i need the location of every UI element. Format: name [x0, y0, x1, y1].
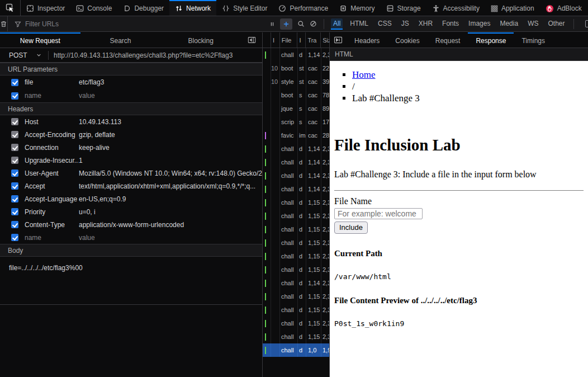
request-row[interactable]: chall d 1,14 2,3 — [263, 155, 329, 169]
details-tab[interactable]: Cookies — [387, 32, 427, 48]
parameter-checkbox[interactable] — [11, 79, 18, 86]
parameter-name[interactable]: file — [25, 78, 79, 86]
details-tab[interactable]: Timings — [514, 32, 553, 48]
devtools-tab[interactable]: Style Editor — [216, 0, 273, 16]
details-tab[interactable]: Headers — [347, 32, 387, 48]
header-checkbox[interactable] — [11, 169, 18, 177]
request-row[interactable]: chall d 1,15 2,34 — [263, 317, 329, 330]
disable-cache-checkbox[interactable] — [585, 20, 588, 27]
pause-icon[interactable] — [269, 21, 275, 27]
request-row[interactable]: 10 style st cac 393 — [263, 75, 329, 88]
header-value[interactable]: keep-alive — [79, 144, 262, 152]
details-tab[interactable]: Request — [428, 32, 468, 48]
column-status[interactable] — [263, 32, 271, 48]
parameter-value[interactable]: etc/flag3 — [79, 78, 262, 86]
node-picker-button[interactable] — [0, 0, 21, 16]
request-editor-tab[interactable]: New Request — [0, 32, 80, 48]
request-body-textarea[interactable]: file=../../../../etc/flag3%00 — [0, 257, 262, 305]
request-filter-pill[interactable]: Fonts — [440, 18, 461, 30]
header-value[interactable]: 1 — [79, 157, 262, 164]
search-icon[interactable] — [297, 20, 305, 27]
request-filter-pill[interactable]: XHR — [416, 18, 435, 30]
parameter-name[interactable]: name — [25, 92, 79, 100]
request-row[interactable]: chall d 1,15 2,34 — [263, 236, 329, 249]
header-value[interactable]: value — [79, 234, 262, 242]
header-name[interactable]: Host — [25, 118, 79, 126]
request-filter-pill[interactable]: All — [331, 18, 343, 30]
details-tab[interactable]: Response — [468, 32, 514, 48]
header-value[interactable]: application/x-www-form-urlencoded — [79, 221, 262, 229]
devtools-tab[interactable]: Inspector — [21, 0, 70, 16]
request-row[interactable]: chall d 1,14 2,3 — [263, 182, 329, 196]
header-value[interactable]: gzip, deflate — [79, 131, 262, 139]
column-transferred[interactable]: Tra — [306, 32, 321, 48]
header-name[interactable]: Content-Type — [25, 221, 79, 229]
body-section-header[interactable]: Body — [0, 244, 262, 257]
request-url-input[interactable]: http://10.49.143.113/challenges/chall3.p… — [49, 51, 262, 59]
header-checkbox[interactable] — [11, 118, 18, 125]
request-row[interactable]: chall d 1,14 2,3 — [263, 169, 329, 182]
header-checkbox[interactable] — [11, 234, 18, 241]
request-filter-pill[interactable]: Images — [466, 18, 492, 30]
devtools-tab[interactable]: AdBlock — [540, 0, 587, 16]
request-filter-pill[interactable]: WS — [525, 18, 540, 30]
header-name[interactable]: Accept — [25, 182, 79, 190]
request-row[interactable]: chall d 1,14 2,3 — [263, 48, 329, 62]
header-checkbox[interactable] — [11, 144, 18, 151]
request-row[interactable]: chall d 1,15 2,3 — [263, 330, 329, 343]
request-row[interactable]: chall d 1,14 2,3 — [263, 142, 329, 155]
header-name[interactable]: User-Agent — [25, 169, 79, 177]
header-checkbox[interactable] — [11, 208, 18, 215]
request-row[interactable]: favic im cac 286 — [263, 129, 329, 142]
header-name[interactable]: Priority — [25, 208, 79, 216]
devtools-tab[interactable]: Application — [485, 0, 540, 16]
header-name[interactable]: Accept-Encoding — [25, 131, 79, 139]
request-filter-pill[interactable]: Media — [497, 18, 520, 30]
new-request-toggle-button[interactable] — [280, 18, 292, 30]
header-checkbox[interactable] — [11, 221, 18, 228]
request-editor-tab[interactable]: Search — [80, 32, 161, 48]
header-name[interactable]: Upgrade-Insecur... — [25, 157, 79, 164]
devtools-tab[interactable]: Memory — [334, 0, 380, 16]
header-checkbox[interactable] — [11, 195, 18, 202]
include-button[interactable]: Include — [334, 222, 368, 234]
block-icon[interactable] — [310, 20, 317, 27]
request-row[interactable]: chall d 1,15 2,34 — [263, 196, 329, 209]
url-parameters-section-header[interactable]: URL Parameters — [0, 63, 262, 76]
breadcrumb-link[interactable]: Lab #Challenge 3 — [352, 93, 420, 103]
collapse-panel-button[interactable] — [241, 32, 262, 48]
header-name[interactable]: Connection — [25, 144, 79, 152]
column-type[interactable]: I — [297, 32, 306, 48]
request-row[interactable]: chall d 1,15 2,34 — [263, 303, 329, 317]
request-editor-tab[interactable]: Blocking — [160, 32, 241, 48]
devtools-tab[interactable]: Console — [70, 0, 117, 16]
response-html-section[interactable]: HTML — [330, 48, 588, 61]
breadcrumb-link[interactable]: / — [352, 81, 355, 92]
header-value[interactable]: text/html,application/xhtml+xml,applicat… — [79, 182, 262, 190]
header-value[interactable]: u=0, i — [79, 208, 262, 216]
parameter-value[interactable]: value — [79, 92, 262, 100]
request-filter-pill[interactable]: Other — [546, 18, 567, 30]
column-domain[interactable]: I — [271, 32, 280, 48]
column-file[interactable]: File — [280, 32, 298, 48]
header-checkbox[interactable] — [11, 157, 18, 164]
request-row[interactable]: boot s cac 78, — [263, 88, 329, 102]
devtools-tab[interactable]: Accessibility — [426, 0, 485, 16]
header-name[interactable]: Accept-Language — [25, 195, 79, 203]
column-size[interactable]: Siz — [321, 32, 329, 48]
header-value[interactable]: en-US,en;q=0.9 — [79, 195, 262, 203]
request-row[interactable]: chall d 1,15 2,3 — [263, 223, 329, 236]
breadcrumb-link[interactable]: Home — [352, 69, 376, 80]
filter-urls-input[interactable] — [25, 20, 238, 28]
request-row[interactable]: chall d 1,15 2,3 — [263, 290, 329, 303]
devtools-tab[interactable]: Performance — [273, 0, 334, 16]
devtools-tab[interactable]: Network — [169, 0, 216, 16]
request-row[interactable]: jque s cac 89, — [263, 102, 329, 115]
request-row[interactable]: 10 boot st cac 22, — [263, 62, 329, 75]
header-value[interactable]: Mozilla/5.0 (Windows NT 10.0; Win64; x64… — [79, 169, 262, 177]
request-row[interactable]: chall d 1,0 1,9 — [263, 343, 329, 357]
request-filter-pill[interactable]: CSS — [376, 18, 394, 30]
request-row[interactable]: scrip s cac 17 — [263, 115, 329, 129]
headers-section-header[interactable]: Headers — [0, 102, 262, 115]
header-name[interactable]: name — [25, 234, 79, 242]
